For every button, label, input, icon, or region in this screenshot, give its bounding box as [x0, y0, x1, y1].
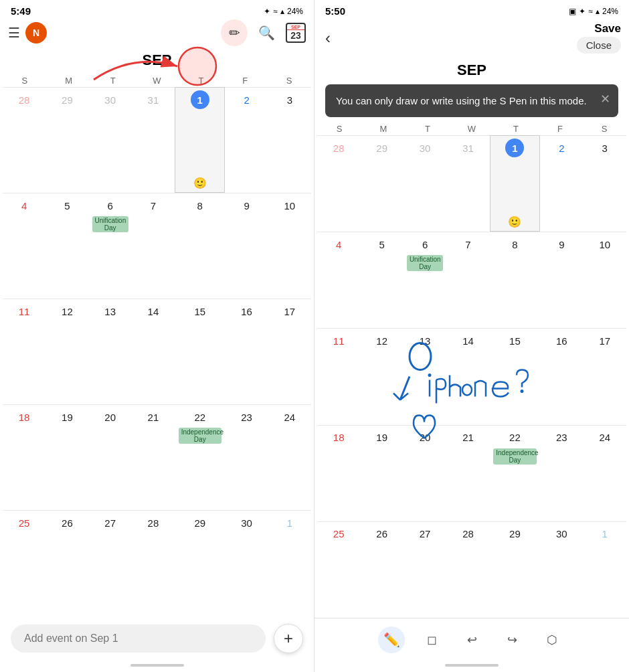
cal-cell-2[interactable]: 2 [225, 87, 268, 193]
cal-cell-30a[interactable]: 30 [89, 87, 132, 193]
r-cal-10[interactable]: 10 [583, 232, 626, 328]
day-label-t1: T [91, 74, 135, 87]
cal-cell-12[interactable]: 12 [46, 299, 88, 404]
r-cal-8[interactable]: 8 [490, 232, 540, 328]
r-cal-12[interactable]: 12 [360, 328, 403, 424]
cal-cell-28a[interactable]: 28 [3, 87, 46, 193]
eraser-tool-button[interactable]: ◻ [418, 626, 445, 653]
event-chip-independence[interactable]: Independence Day [179, 428, 221, 444]
cal-cell-31[interactable]: 31 [132, 87, 175, 193]
r-cal-15[interactable]: 15 [490, 328, 540, 424]
r-cal-6[interactable]: 6 Unification Day [403, 232, 446, 328]
pencil-button[interactable]: ✏ [221, 19, 248, 46]
cal-cell-24[interactable]: 24 [268, 404, 311, 510]
r-cal-30b[interactable]: 30 [540, 521, 583, 618]
r-cal-4[interactable]: 4 [317, 232, 360, 328]
r-cal-31[interactable]: 31 [446, 135, 489, 232]
save-button[interactable]: Save [594, 22, 621, 35]
r-cal-28a[interactable]: 28 [317, 135, 360, 232]
cal-cell-28b[interactable]: 28 [132, 510, 175, 616]
r-event-independence[interactable]: Independence Day [493, 448, 536, 465]
cal-cell-15[interactable]: 15 [175, 299, 225, 404]
r-cal-5[interactable]: 5 [360, 232, 403, 328]
cal-cell-5[interactable]: 5 [46, 193, 88, 299]
tooltip-box: You can only draw or write using the S P… [325, 84, 618, 117]
cal-cell-21[interactable]: 21 [132, 404, 175, 510]
cal-cell-3[interactable]: 3 [268, 87, 311, 193]
cal-cell-8[interactable]: 8 [175, 193, 225, 299]
r-cal-28b[interactable]: 28 [446, 521, 489, 618]
cal-cell-7[interactable]: 7 [132, 193, 175, 299]
cal-cell-29a[interactable]: 29 [46, 87, 88, 193]
search-icon[interactable]: 🔍 [258, 25, 275, 41]
left-calendar-grid: 28 29 30 31 1 🙂 2 3 4 5 6 Unification Da… [0, 87, 314, 616]
cal-date: 8 [191, 196, 209, 215]
undo-button[interactable]: ↩ [458, 626, 485, 653]
r-cal-22[interactable]: 22 Independence Day [490, 425, 540, 521]
cal-cell-22[interactable]: 22 Independence Day [175, 404, 225, 510]
close-button[interactable]: Close [577, 37, 621, 54]
add-event-input[interactable] [11, 624, 266, 653]
cal-cell-4[interactable]: 4 [3, 193, 46, 299]
add-event-fab[interactable]: + [274, 624, 303, 653]
cal-cell-25[interactable]: 25 [3, 510, 46, 616]
r-cal-17[interactable]: 17 [583, 328, 626, 424]
cal-date: 31 [144, 90, 163, 109]
r-cal-21[interactable]: 21 [446, 425, 489, 521]
cal-cell-30b[interactable]: 30 [225, 510, 268, 616]
r-cal-16[interactable]: 16 [540, 328, 583, 424]
redo-button[interactable]: ↪ [499, 626, 525, 653]
r-cal-23[interactable]: 23 [540, 425, 583, 521]
pen-tool-button[interactable]: ✏️ [378, 626, 405, 653]
cal-cell-16[interactable]: 16 [225, 299, 268, 404]
cal-cell-13[interactable]: 13 [89, 299, 132, 404]
r-cal-26[interactable]: 26 [360, 521, 403, 618]
lasso-tool-button[interactable]: ⬡ [539, 626, 565, 653]
r-cal-20[interactable]: 20 [403, 425, 446, 521]
r-cal-19[interactable]: 19 [360, 425, 403, 521]
cal-cell-11[interactable]: 11 [3, 299, 46, 404]
cal-cell-10[interactable]: 10 [268, 193, 311, 299]
r-cal-9[interactable]: 9 [540, 232, 583, 328]
cal-cell-17[interactable]: 17 [268, 299, 311, 404]
cal-date: 15 [191, 302, 209, 321]
r-cal-3[interactable]: 3 [583, 135, 626, 232]
cal-cell-6[interactable]: 6 Unification Day [89, 193, 132, 299]
r-cal-13[interactable]: 13 [403, 328, 446, 424]
tooltip-close-button[interactable]: ✕ [600, 91, 610, 108]
r-cal-1b[interactable]: 1 [583, 521, 626, 618]
right-calendar-grid: 28 29 30 31 1 🙂 2 3 4 5 6 Unification Da… [314, 135, 629, 618]
cal-date: 17 [280, 302, 299, 321]
event-chip-unification[interactable]: Unification Day [92, 216, 128, 232]
cal-cell-1[interactable]: 1 🙂 [175, 87, 225, 193]
r-day-s2: S [582, 122, 626, 135]
r-cal-18[interactable]: 18 [317, 425, 360, 521]
r-cal-2[interactable]: 2 [540, 135, 583, 232]
r-cal-24[interactable]: 24 [583, 425, 626, 521]
cal-cell-19[interactable]: 19 [46, 404, 88, 510]
r-cal-27[interactable]: 27 [403, 521, 446, 618]
back-button[interactable]: ‹ [323, 26, 333, 50]
r-cal-7[interactable]: 7 [446, 232, 489, 328]
right-calendar-drawing-area[interactable]: 28 29 30 31 1 🙂 2 3 4 5 6 Unification Da… [314, 135, 629, 618]
cal-cell-1b[interactable]: 1 [268, 510, 311, 616]
hamburger-icon[interactable]: ☰ [8, 25, 20, 41]
r-cal-14[interactable]: 14 [446, 328, 489, 424]
calendar-date-button[interactable]: SEP 23 [286, 23, 306, 43]
cal-cell-27[interactable]: 27 [89, 510, 132, 616]
cal-date: 5 [58, 196, 76, 215]
r-cal-1[interactable]: 1 🙂 [490, 135, 540, 232]
cal-cell-9[interactable]: 9 [225, 193, 268, 299]
r-cal-29a[interactable]: 29 [360, 135, 403, 232]
r-cal-30a[interactable]: 30 [403, 135, 446, 232]
r-event-unification[interactable]: Unification Day [407, 255, 443, 271]
cal-cell-26[interactable]: 26 [46, 510, 88, 616]
cal-cell-29b[interactable]: 29 [175, 510, 225, 616]
cal-cell-23[interactable]: 23 [225, 404, 268, 510]
r-cal-25[interactable]: 25 [317, 521, 360, 618]
r-cal-29b[interactable]: 29 [490, 521, 540, 618]
cal-cell-18[interactable]: 18 [3, 404, 46, 510]
cal-cell-14[interactable]: 14 [132, 299, 175, 404]
cal-cell-20[interactable]: 20 [89, 404, 132, 510]
r-cal-11[interactable]: 11 [317, 328, 360, 424]
